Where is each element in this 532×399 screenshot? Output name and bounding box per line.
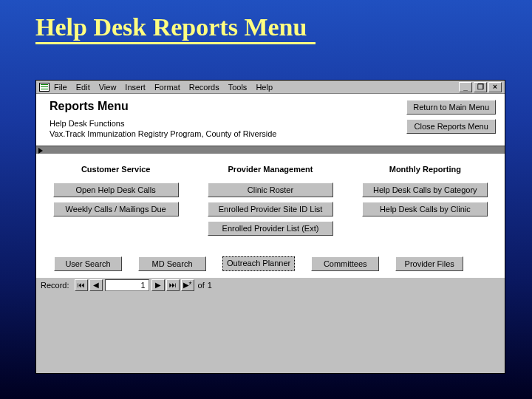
nav-new-icon[interactable]: ▶* [181, 279, 194, 291]
app-window: File Edit View Insert Format Records Too… [35, 80, 505, 374]
nav-next-icon[interactable]: ▶ [151, 279, 165, 291]
return-main-menu-button[interactable]: Return to Main Menu [406, 100, 496, 115]
close-reports-menu-button[interactable]: Close Reports Menu [406, 119, 496, 134]
nav-prev-icon[interactable]: ◀ [89, 279, 103, 291]
user-search-button[interactable]: User Search [54, 256, 122, 271]
enrolled-site-id-list-button[interactable]: Enrolled Provider Site ID List [208, 202, 333, 216]
record-selector-bar[interactable] [36, 146, 505, 154]
col-head-monthly: Monthly Reporting [389, 165, 461, 174]
committees-button[interactable]: Committees [311, 256, 379, 271]
report-sections: Customer Service Open Help Desk Calls We… [36, 154, 505, 243]
md-search-button[interactable]: MD Search [138, 256, 206, 271]
record-of: of [198, 281, 205, 290]
menubar: File Edit View Insert Format Records Too… [36, 81, 505, 94]
menu-file[interactable]: File [54, 83, 67, 92]
outreach-planner-button[interactable]: Outreach Planner [222, 256, 295, 271]
footer-buttons: User Search MD Search Outreach Planner C… [36, 243, 505, 277]
menu-records[interactable]: Records [189, 83, 219, 92]
menu-insert[interactable]: Insert [125, 83, 146, 92]
calls-by-clinic-button[interactable]: Help Desk Calls by Clinic [362, 202, 488, 216]
menu-tools[interactable]: Tools [228, 83, 248, 92]
record-label: Record: [41, 281, 69, 290]
close-button[interactable]: × [488, 82, 502, 92]
col-customer-service: Customer Service Open Help Desk Calls We… [45, 165, 186, 236]
open-help-desk-calls-button[interactable]: Open Help Desk Calls [53, 183, 179, 197]
clinic-roster-button[interactable]: Clinic Roster [208, 183, 333, 197]
col-monthly-reporting: Monthly Reporting Help Desk Calls by Cat… [355, 165, 496, 236]
menu-help[interactable]: Help [256, 83, 273, 92]
record-nav-bar: Record: ⏮ ◀ 1 ▶ ⏭ ▶* of 1 [36, 277, 505, 292]
menu-edit[interactable]: Edit [76, 83, 90, 92]
provider-files-button[interactable]: Provider Files [395, 256, 463, 271]
system-menu-icon[interactable] [39, 83, 50, 92]
nav-first-icon[interactable]: ⏮ [75, 279, 88, 291]
menu-view[interactable]: View [99, 83, 117, 92]
col-head-customer-service: Customer Service [81, 165, 151, 174]
record-total: 1 [208, 281, 212, 290]
form-header: Reports Menu Help Desk Functions Vax.Tra… [36, 94, 505, 146]
restore-button[interactable]: ❐ [474, 82, 487, 92]
subtitle-2: Vax.Track Immunization Registry Program,… [50, 129, 277, 138]
page-title: Reports Menu [50, 100, 277, 113]
col-provider-management: Provider Management Clinic Roster Enroll… [200, 165, 341, 236]
weekly-calls-mailings-button[interactable]: Weekly Calls / Mailings Due [53, 202, 179, 216]
enrolled-provider-list-button[interactable]: Enrolled Provider List (Ext) [208, 221, 333, 236]
slide-title: Help Desk Reports Menu [35, 13, 307, 41]
nav-last-icon[interactable]: ⏭ [166, 279, 180, 291]
minimize-button[interactable]: _ [459, 82, 472, 92]
menu-format[interactable]: Format [154, 83, 180, 92]
record-number-field[interactable]: 1 [105, 279, 149, 291]
col-head-provider: Provider Management [228, 165, 313, 174]
subtitle-1: Help Desk Functions [50, 119, 277, 128]
calls-by-category-button[interactable]: Help Desk Calls by Category [362, 183, 488, 197]
